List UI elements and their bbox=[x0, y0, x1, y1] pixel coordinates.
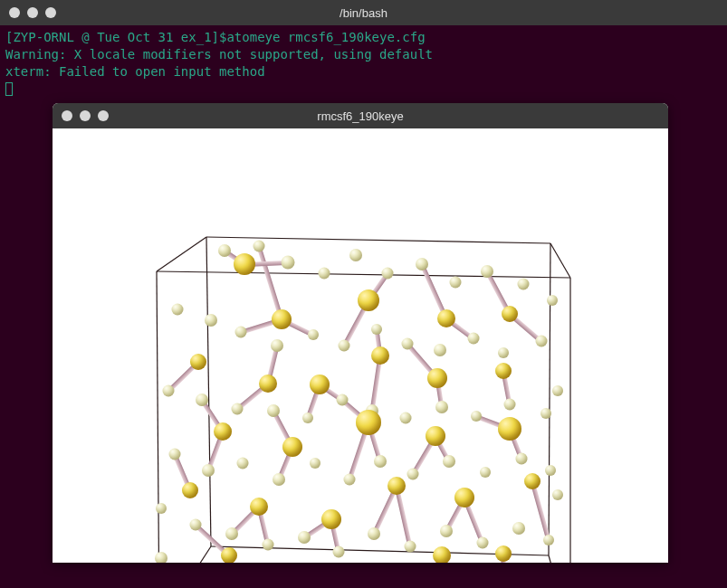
atom-cream bbox=[504, 399, 516, 411]
atom-yellow bbox=[437, 309, 455, 327]
svg-line-9 bbox=[550, 243, 570, 278]
atom-cream bbox=[319, 268, 330, 280]
atom-cream bbox=[205, 314, 217, 327]
atom-cream bbox=[552, 385, 563, 396]
atom-yellow bbox=[426, 426, 445, 446]
atom-cream bbox=[282, 256, 295, 270]
svg-line-7 bbox=[206, 237, 211, 546]
atom-yellow bbox=[495, 363, 512, 379]
atom-yellow bbox=[498, 417, 521, 441]
atom-yellow bbox=[502, 306, 518, 322]
atom-cream bbox=[434, 344, 446, 356]
atom-cream bbox=[405, 541, 416, 553]
atom-yellow bbox=[190, 354, 206, 370]
atom-yellow bbox=[524, 473, 540, 489]
atom-cream bbox=[218, 244, 231, 257]
atom-cream bbox=[440, 525, 453, 537]
minimize-icon[interactable] bbox=[27, 7, 38, 18]
terminal-titlebar: /bin/bash bbox=[0, 0, 727, 25]
atom-yellow bbox=[321, 509, 341, 529]
atom-cream bbox=[232, 403, 244, 415]
atomeye-window[interactable]: rmcsf6_190keye bbox=[53, 103, 668, 563]
atom-cream bbox=[310, 458, 320, 469]
atom-yellow bbox=[454, 488, 474, 507]
atom-cream bbox=[416, 258, 428, 270]
close-icon[interactable] bbox=[62, 110, 72, 121]
atom-cream bbox=[477, 537, 489, 549]
atom-cream bbox=[253, 241, 265, 252]
atom-yellow bbox=[282, 437, 302, 457]
atom-cream bbox=[302, 413, 313, 423]
atom-cream bbox=[155, 552, 167, 563]
maximize-icon[interactable] bbox=[98, 110, 109, 121]
shell-prompt: [ZYP-ORNL @ Tue Oct 31 ex_1]$ bbox=[5, 30, 226, 44]
minimize-icon[interactable] bbox=[80, 110, 91, 121]
atom-cream bbox=[349, 249, 362, 261]
atom-cream bbox=[382, 268, 394, 280]
atom-yellow bbox=[221, 547, 237, 563]
atom-cream bbox=[518, 279, 530, 290]
atom-cream bbox=[498, 347, 509, 358]
terminal-title: /bin/bash bbox=[340, 6, 387, 20]
atom-yellow bbox=[250, 498, 268, 516]
atom-cream bbox=[407, 469, 419, 480]
atom-cream bbox=[468, 333, 480, 345]
atom-cream bbox=[273, 473, 285, 486]
atom-cream bbox=[163, 385, 175, 397]
atom-cream bbox=[263, 539, 274, 551]
atom-cream bbox=[196, 394, 208, 406]
atom-cream bbox=[471, 411, 482, 422]
atom-cream bbox=[547, 295, 558, 306]
child-window-controls bbox=[62, 110, 109, 121]
atom-yellow bbox=[371, 346, 389, 365]
atom-yellow bbox=[259, 375, 277, 393]
terminal-output[interactable]: [ZYP-ORNL @ Tue Oct 31 ex_1]$atomeye rmc… bbox=[0, 25, 727, 101]
atom-yellow bbox=[495, 545, 512, 562]
atom-yellow bbox=[182, 482, 198, 498]
atom-yellow bbox=[433, 546, 451, 563]
atom-cream bbox=[400, 413, 412, 424]
atom-yellow bbox=[272, 309, 292, 329]
atom-cream bbox=[552, 489, 563, 500]
cursor-icon bbox=[5, 82, 13, 96]
svg-line-3 bbox=[157, 271, 159, 563]
molecular-viewport[interactable] bbox=[53, 128, 668, 563]
atom-cream bbox=[516, 453, 528, 465]
atom-cream bbox=[156, 503, 167, 514]
atom-cream bbox=[443, 455, 455, 468]
atom-yellow bbox=[358, 289, 379, 311]
atom-cream bbox=[202, 464, 215, 477]
atom-cream bbox=[333, 546, 345, 558]
child-title: rmcsf6_190keye bbox=[317, 109, 403, 123]
warning-line: Warning: X locale modifiers not supporte… bbox=[5, 47, 433, 62]
atom-yellow bbox=[356, 410, 381, 435]
shell-command: atomeye rmcsf6_190keye.cfg bbox=[226, 30, 425, 44]
atom-yellow bbox=[427, 368, 447, 388]
atom-cream bbox=[339, 340, 350, 352]
atom-cream bbox=[344, 474, 356, 486]
atom-cream bbox=[540, 408, 551, 419]
atom-yellow bbox=[387, 477, 406, 495]
atom-cream bbox=[169, 449, 181, 460]
atom-yellow bbox=[310, 375, 330, 394]
atom-cream bbox=[371, 324, 382, 335]
atom-cream bbox=[225, 527, 238, 540]
atom-cream bbox=[481, 265, 493, 278]
atom-cream bbox=[368, 527, 380, 540]
atom-cream bbox=[267, 404, 280, 417]
atom-cream bbox=[237, 458, 249, 469]
error-line: xterm: Failed to open input method bbox=[5, 64, 265, 79]
atom-cream bbox=[402, 338, 414, 350]
atom-cream bbox=[337, 394, 349, 406]
atom-cream bbox=[190, 519, 202, 531]
atom-cream bbox=[512, 522, 525, 535]
svg-line-5 bbox=[549, 243, 550, 555]
close-icon[interactable] bbox=[9, 7, 20, 18]
atom-cream bbox=[435, 401, 448, 413]
atom-cream bbox=[536, 336, 548, 347]
atom-cream bbox=[450, 277, 462, 289]
atom-cream bbox=[308, 329, 319, 340]
atom-cream bbox=[172, 304, 184, 316]
atom-cream bbox=[545, 465, 556, 476]
maximize-icon[interactable] bbox=[45, 7, 56, 18]
